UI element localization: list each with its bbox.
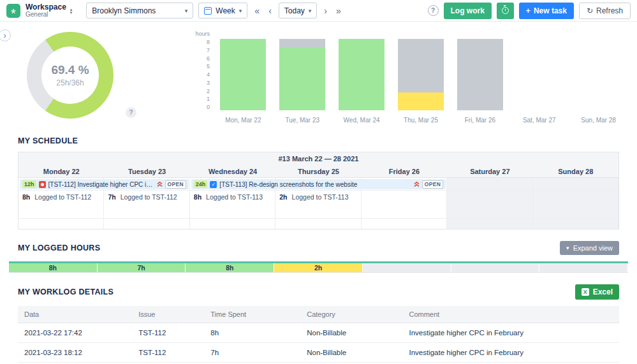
- bar-chart-category-label: Thu, Mar 25: [404, 117, 438, 124]
- charts-row: 69.4 % 25h/36h ? hours 876543210 Mon, Ma…: [0, 22, 637, 124]
- table-cell: TST-112: [132, 343, 204, 363]
- bar-segment-logged: [220, 39, 266, 110]
- table-cell: 2021-03-22 17:42: [18, 323, 132, 343]
- chevron-down-icon: ▾: [566, 245, 569, 251]
- y-tick-label: 8: [192, 39, 210, 45]
- bar-chart-yaxis: hours 876543210: [192, 31, 214, 124]
- bar-stack: [516, 39, 562, 110]
- bar-chart-category-label: Tue, Mar 23: [286, 117, 320, 124]
- app-logo[interactable]: *: [6, 4, 20, 18]
- workspace-sort-icon[interactable]: ▴ ▾: [70, 8, 73, 14]
- logged-hours-segment: [539, 263, 628, 272]
- schedule-cell: 8hLogged to TST-113: [190, 191, 275, 219]
- log-work-button[interactable]: Log work: [444, 3, 492, 19]
- priority-highest-icon: [414, 181, 420, 187]
- table-cell: 8h: [204, 323, 300, 343]
- chevron-down-icon: ▾: [185, 8, 188, 14]
- schedule-cell: [18, 219, 104, 229]
- bar-segment-required: [279, 39, 325, 48]
- timer-button[interactable]: [497, 3, 514, 19]
- task-title: [TST-113] Re-design screenshots for the …: [219, 181, 411, 188]
- new-task-button[interactable]: + New task: [519, 3, 574, 19]
- column-header: Category: [300, 306, 402, 323]
- schedule-cell: 7hLogged to TST-112: [104, 191, 189, 219]
- status-badge: OPEN: [422, 180, 443, 189]
- prev-period-fast-button[interactable]: «: [253, 6, 261, 16]
- logo-icon: *: [11, 10, 16, 17]
- bar-chart-day: Tue, Mar 23: [273, 39, 332, 124]
- logged-hours-strip: 8h7h8h2h: [9, 261, 628, 273]
- bar-chart-day: Mon, Mar 22: [214, 39, 273, 124]
- schedule-task-bar[interactable]: 12h[TST-112] Investigate higher CPC in F…: [20, 179, 189, 189]
- bar-chart-category-label: Sun, Mar 28: [581, 117, 615, 124]
- today-label: Today: [284, 6, 305, 15]
- stopwatch-icon: [502, 7, 509, 14]
- y-tick-label: 3: [192, 80, 210, 86]
- y-tick-label: 0: [192, 104, 210, 110]
- bar-chart-category-label: Sat, Mar 27: [523, 117, 556, 124]
- next-period-button[interactable]: ›: [322, 6, 329, 16]
- workspace-switcher[interactable]: Workspace General ▴ ▾: [26, 3, 72, 18]
- column-header: Data: [18, 306, 132, 323]
- schedule-grid: #13 March 22 — 28 2021Monday 22Tuesday 2…: [18, 152, 619, 229]
- donut-ratio: 25h/36h: [56, 78, 84, 87]
- column-header: Time Spent: [204, 306, 300, 323]
- logged-text: Logged to TST-112: [34, 193, 91, 201]
- user-select[interactable]: Brooklyn Simmons ▾: [86, 3, 193, 18]
- logged-text: Logged to TST-112: [121, 193, 177, 201]
- bar-chart-day: Sun, Mar 28: [569, 39, 628, 124]
- table-cell: TST-112: [132, 323, 204, 343]
- excel-icon: X: [582, 288, 589, 296]
- bar-stack: [339, 39, 384, 110]
- bar-segment-logged-billable: [398, 92, 444, 110]
- donut-help-icon[interactable]: ?: [126, 107, 136, 118]
- logged-hours-value: 2h: [279, 193, 287, 201]
- prev-period-button[interactable]: ‹: [267, 6, 274, 16]
- logged-hours-value: 8h: [194, 193, 201, 201]
- schedule-day-header: Saturday 27: [447, 165, 532, 178]
- new-task-label: New task: [534, 6, 567, 15]
- bar-chart-plot: Mon, Mar 22Tue, Mar 23Wed, Mar 24Thu, Ma…: [214, 31, 628, 124]
- schedule-week-label: #13 March 22 — 28 2021: [18, 152, 619, 165]
- schedule-day-header: Sunday 28: [533, 165, 619, 178]
- logged-hours-header-row: MY LOGGED HOURS ▾ Expand view: [18, 241, 619, 255]
- workspace-title: Workspace: [26, 3, 66, 11]
- chevron-down-icon: ▾: [239, 8, 242, 14]
- bar-segment-required: [457, 39, 503, 110]
- hours-bar-chart: hours 876543210 Mon, Mar 22Tue, Mar 23We…: [192, 31, 628, 124]
- help-icon[interactable]: ?: [428, 5, 439, 16]
- schedule-day-header: Monday 22: [18, 165, 104, 178]
- export-excel-button[interactable]: X Excel: [575, 284, 619, 300]
- logged-hours-segment: 2h: [274, 263, 363, 272]
- table-cell: Non-Billable: [300, 323, 402, 343]
- logged-hours-segment: [363, 263, 451, 272]
- period-select[interactable]: Week ▾: [198, 3, 247, 18]
- logged-hours-segment: [451, 263, 540, 272]
- logged-hours-segment: 7h: [98, 263, 186, 272]
- table-row: 2021-03-23 18:12TST-1127hNon-BillableInv…: [18, 343, 619, 363]
- worklog-table: DataIssueTime SpentCategoryComment 2021-…: [18, 306, 619, 364]
- schedule-cell: [533, 178, 619, 191]
- worklog-body: 2021-03-22 17:42TST-1128hNon-BillableInv…: [18, 323, 619, 364]
- bar-chart-day: Sat, Mar 27: [509, 39, 569, 124]
- schedule-task-bar[interactable]: 24h✓[TST-113] Re-design screenshots for …: [191, 179, 446, 189]
- schedule-day-header: Thursday 25: [275, 165, 361, 178]
- column-header: Comment: [402, 306, 619, 323]
- plus-icon: +: [526, 6, 531, 15]
- logged-hours-segment: 8h: [186, 263, 274, 272]
- worklog-header-row: DataIssueTime SpentCategoryComment: [18, 306, 619, 323]
- task-hours-badge: 24h: [194, 180, 208, 188]
- bar-segment-logged: [339, 39, 384, 110]
- today-button[interactable]: Today ▾: [279, 3, 318, 18]
- schedule-section-title: MY SCHEDULE: [18, 136, 619, 145]
- schedule-cell: 8hLogged to TST-112: [18, 191, 104, 219]
- expand-view-button[interactable]: ▾ Expand view: [560, 241, 619, 255]
- logged-hours-value: 8h: [22, 193, 30, 201]
- worklog-section-title: MY WORKLOG DETAILS: [18, 288, 113, 296]
- next-period-fast-button[interactable]: »: [334, 6, 343, 16]
- refresh-button[interactable]: ↻ Refresh: [579, 3, 631, 19]
- calendar-icon: [204, 7, 212, 15]
- logged-hours-value: 7h: [108, 193, 115, 201]
- table-cell: 7h: [204, 343, 300, 363]
- panel-expand-icon: ›: [4, 31, 6, 40]
